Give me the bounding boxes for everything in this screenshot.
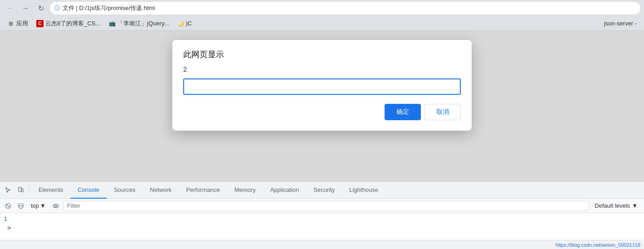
back-button[interactable]: ← [4, 2, 16, 15]
tab-application[interactable]: Application [263, 182, 307, 199]
nav-bar: ← → ↻ ⓘ 文件 | D:/1js练习/promise/传递.html [0, 0, 644, 16]
address-bar[interactable]: ⓘ 文件 | D:/1js练习/promise/传递.html [50, 2, 640, 15]
console-output: 1 > [0, 213, 644, 240]
dialog: 此网页显示 2 确定 取消 [172, 40, 472, 131]
dialog-buttons: 确定 取消 [183, 104, 461, 120]
eye-icon[interactable] [50, 200, 61, 211]
browser-chrome: ← → ↻ ⓘ 文件 | D:/1js练习/promise/传递.html ⊞ … [0, 0, 644, 181]
console-toolbar: top ▼ Default levels ▼ [0, 199, 644, 213]
bookmarks-bar: ⊞ 应用 C 云杰8了的博客_CS... 📺 「李南江」jQuery... 🌙 … [0, 16, 644, 31]
devtools-panel: Elements Console Sources Network Perform… [0, 181, 644, 249]
console-prompt-line[interactable]: > [4, 223, 640, 232]
svg-point-7 [55, 205, 57, 207]
dialog-input[interactable] [183, 78, 461, 95]
apps-icon: ⊞ [7, 20, 15, 27]
svg-line-3 [7, 205, 10, 207]
svg-rect-1 [21, 189, 23, 192]
bookmark-apps[interactable]: ⊞ 应用 [4, 18, 32, 29]
bookmark-apps-label: 应用 [16, 20, 28, 28]
bookmark-weixin[interactable]: 🌙 jC [174, 18, 195, 29]
reload-button[interactable]: ↻ [34, 2, 47, 15]
address-text: 文件 | D:/1js练习/promise/传递.html [63, 4, 155, 12]
svg-point-6 [53, 204, 59, 208]
dialog-title: 此网页显示 [183, 49, 461, 60]
jquery-icon: 📺 [108, 20, 116, 27]
bookmark-csdn-label: 云杰8了的博客_CS... [45, 20, 100, 28]
status-bar: https://blog.csdn.net/weixin_50021118 [0, 240, 644, 249]
tab-elements[interactable]: Elements [31, 182, 70, 199]
devtools-tabs: Elements Console Sources Network Perform… [0, 182, 644, 199]
devtools-device-icon[interactable] [15, 184, 27, 196]
status-link[interactable]: https://blog.csdn.net/weixin_50021118 [556, 242, 640, 248]
info-icon: ⓘ [54, 5, 60, 12]
tab-console[interactable]: Console [70, 182, 107, 199]
forward-button[interactable]: → [19, 2, 32, 15]
dialog-message: 2 [183, 65, 461, 73]
bookmark-csdn[interactable]: C 云杰8了的博客_CS... [33, 18, 104, 29]
console-prompt-symbol: > [4, 223, 15, 232]
levels-select[interactable]: Default levels ▼ [591, 201, 641, 210]
tab-performance[interactable]: Performance [179, 182, 227, 199]
tab-memory[interactable]: Memory [227, 182, 263, 199]
page-content: 此网页显示 2 确定 取消 [0, 31, 644, 181]
json-server-label: json-server - [600, 18, 640, 29]
block-button[interactable] [15, 200, 26, 211]
svg-rect-0 [19, 187, 21, 191]
levels-value: Default levels [595, 202, 630, 209]
tab-security[interactable]: Security [306, 182, 342, 199]
console-line-number-1: 1 [4, 215, 15, 222]
bookmark-jquery[interactable]: 📺 「李南江」jQuery... [105, 18, 172, 29]
weixin-icon: 🌙 [177, 20, 185, 27]
csdn-icon: C [36, 20, 44, 27]
devtools-divider-1 [29, 186, 29, 195]
tab-lighthouse[interactable]: Lighthouse [342, 182, 385, 199]
confirm-button[interactable]: 确定 [385, 104, 421, 120]
tab-network[interactable]: Network [143, 182, 179, 199]
devtools-cursor-icon[interactable] [2, 184, 15, 196]
clear-console-button[interactable] [3, 200, 14, 211]
dialog-overlay: 此网页显示 2 确定 取消 [0, 31, 644, 181]
console-line-1: 1 [4, 214, 640, 223]
context-value: top [31, 202, 39, 209]
context-select[interactable]: top ▼ [28, 201, 49, 210]
context-chevron-icon: ▼ [40, 202, 46, 209]
levels-chevron-icon: ▼ [632, 202, 638, 209]
bookmark-weixin-label: jC [186, 20, 192, 27]
bookmark-jquery-label: 「李南江」jQuery... [117, 20, 169, 28]
filter-input[interactable] [63, 201, 589, 211]
tab-sources[interactable]: Sources [107, 182, 143, 199]
cancel-button[interactable]: 取消 [424, 104, 461, 120]
